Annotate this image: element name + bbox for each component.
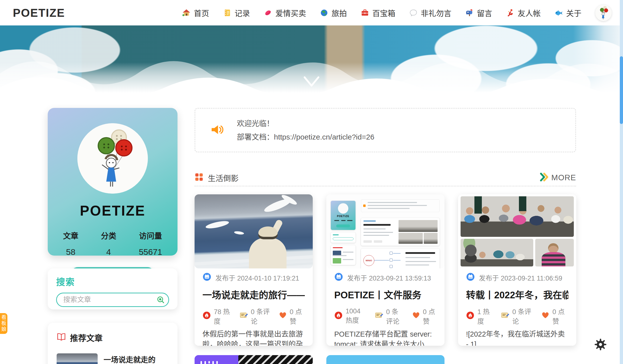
stat-articles: 文章 58 (63, 230, 78, 257)
recommended-header: 推荐文章 (57, 332, 169, 344)
section-title: 生活倒影 (208, 172, 239, 183)
search-input[interactable] (56, 293, 169, 307)
nav-item-toolbox[interactable]: 百宝箱 (361, 7, 395, 18)
top-navbar: POETIZE 首页 记录 爱情买卖 旅拍 百宝箱 非礼勿言 留言 (0, 0, 623, 25)
article-stats: 78 热度 0 条评论 0 点赞 (202, 306, 305, 326)
scrollbar-thumb[interactable] (620, 56, 623, 124)
section-header: 生活倒影 MORE (195, 171, 576, 184)
profile-avatar[interactable] (77, 123, 148, 194)
dancer-icon (506, 9, 514, 17)
speaker-icon (210, 122, 224, 138)
like-icon (279, 311, 287, 321)
grid-icon (195, 173, 203, 182)
nav-item-home[interactable]: 首页 (182, 7, 209, 18)
article-excerpt: 休假后的第一件事就是出去旅游啦，哈哈哈，这是一篇迟到的孕中期旅游分享贴… (202, 329, 305, 346)
profile-stats: 文章 58 分类 4 访问量 55671 (48, 230, 178, 257)
search-card: 搜索 (48, 268, 178, 309)
notebook-icon (223, 9, 231, 17)
fish-icon (555, 9, 563, 17)
section-divider (195, 186, 576, 186)
mailbox-icon (465, 9, 474, 17)
double-chevron-icon (539, 172, 549, 183)
like-icon (541, 311, 549, 321)
recommended-title: 推荐文章 (70, 332, 103, 344)
article-card[interactable]: POETIZE (326, 194, 445, 346)
announcement-line-1: 欢迎光临！ (237, 117, 374, 130)
profile-name: POETIZE (48, 202, 178, 219)
article-image-seagulls (195, 194, 313, 268)
article-card[interactable]: 发布于 2024-01-10 17:19:21 一场说走就走的旅行——… 78 … (195, 194, 313, 346)
article-title[interactable]: 转载丨2022年冬，我在临… (466, 287, 568, 301)
search-title: 搜索 (56, 275, 169, 288)
article-card-partial-music[interactable] (195, 355, 313, 364)
recommended-item[interactable]: 一场说走就走的旅… (57, 353, 169, 364)
article-image-site-screenshot: POETIZE (326, 194, 445, 268)
recommended-articles-card: 推荐文章 一场说走就走的旅… (48, 323, 178, 364)
toolbox-icon (361, 9, 369, 17)
recommended-thumbnail (57, 353, 98, 364)
stat-categories: 分类 4 (101, 230, 116, 257)
article-date: 发布于 2024-01-10 17:19:21 (202, 272, 305, 283)
article-date: 发布于 2023-09-21 13:59:13 (334, 272, 437, 283)
nav-item-friends[interactable]: 友人帐 (506, 7, 541, 18)
article-stats: 1004 热度 0 条评论 0 点赞 (334, 306, 437, 326)
comment-icon (501, 311, 509, 321)
heat-icon (334, 311, 343, 321)
hero-banner (0, 25, 623, 107)
comment-icon (375, 311, 383, 321)
stat-visits: 访问量 55671 (139, 230, 162, 257)
speech-bubble-icon (409, 9, 418, 17)
article-excerpt: POETIZE存储平台配置 server: tomcat: 请求体最大允许大小 … (334, 329, 437, 346)
nav-item-no-rude-words[interactable]: 非礼勿言 (409, 7, 451, 18)
nav-item-travel[interactable]: 旅拍 (320, 7, 347, 18)
announcement-line-2: 部署文档：https://poetize.cn/article?id=26 (237, 130, 374, 144)
nav-item-records[interactable]: 记录 (223, 7, 250, 18)
heat-icon (466, 311, 474, 321)
calendar-icon (466, 272, 475, 283)
comment-icon (240, 311, 248, 321)
more-link[interactable]: MORE (539, 172, 576, 183)
scroll-down-chevron[interactable] (0, 25, 623, 107)
article-date: 发布于 2023-09-21 11:06:59 (466, 272, 568, 283)
globe-icon (320, 9, 328, 17)
heat-icon (202, 311, 211, 321)
open-book-icon (57, 332, 66, 343)
article-stats: 1 热度 0 条评论 0 点赞 (466, 306, 568, 326)
search-icon[interactable] (156, 295, 165, 304)
announcement-box: 欢迎光临！ 部署文档：https://poetize.cn/article?id… (195, 108, 576, 152)
calendar-icon (202, 272, 211, 283)
article-title[interactable]: POETIZE丨文件服务 (334, 287, 437, 301)
nav-item-love[interactable]: 爱情买卖 (264, 7, 306, 18)
user-avatar[interactable] (595, 5, 612, 21)
article-excerpt: ![2022年冬，我在临沂城送外卖 - 1](https://file.poet… (466, 329, 568, 346)
like-icon (412, 311, 420, 321)
settings-gear-icon[interactable] (594, 338, 607, 351)
article-card-partial-game[interactable] (326, 355, 445, 364)
announcement-text: 欢迎光临！ 部署文档：https://poetize.cn/article?id… (237, 117, 374, 144)
nav-menu: 首页 记录 爱情买卖 旅拍 百宝箱 非礼勿言 留言 友人帐 (182, 5, 612, 21)
scrollbar-track[interactable] (620, 0, 623, 364)
article-image-gathering (458, 194, 576, 268)
more-label: MORE (551, 173, 576, 182)
kanban-girl-tab[interactable]: 看板娘 (0, 313, 7, 334)
kanban-girl-label: 看板娘 (1, 315, 6, 332)
search-box (56, 293, 169, 307)
nav-item-message-board[interactable]: 留言 (465, 7, 492, 18)
home-icon (182, 9, 191, 17)
recommended-item-title: 一场说走就走的旅… (104, 353, 169, 364)
lips-icon (264, 9, 272, 17)
site-logo[interactable]: POETIZE (13, 6, 65, 20)
profile-card: POETIZE 文章 58 分类 4 访问量 55671 朋友圈 (48, 108, 178, 256)
article-title[interactable]: 一场说走就走的旅行——… (202, 287, 305, 301)
article-card[interactable]: 发布于 2023-09-21 11:06:59 转载丨2022年冬，我在临… 1… (458, 194, 576, 346)
nav-item-about[interactable]: 关于 (555, 7, 581, 18)
calendar-icon (334, 272, 343, 283)
